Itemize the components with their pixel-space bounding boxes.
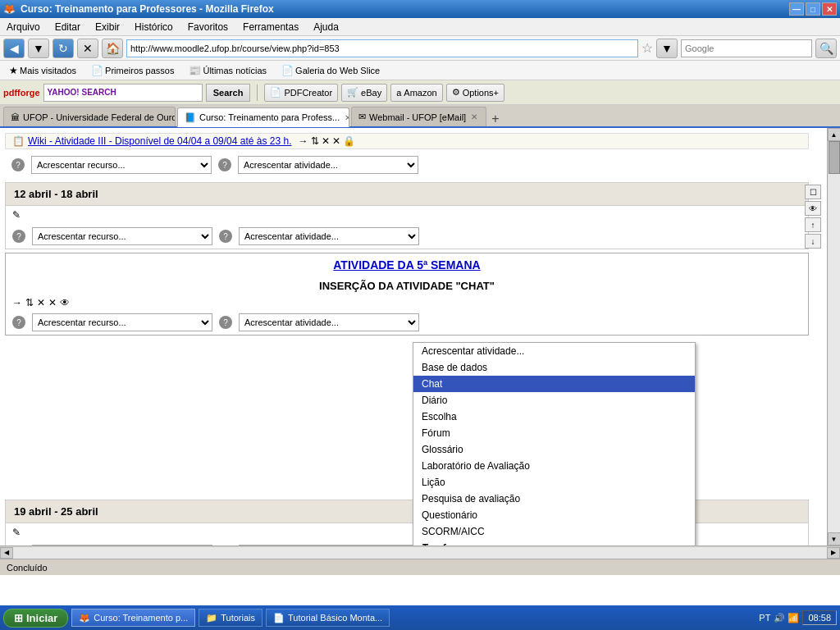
scroll-right-button[interactable]: ▶ (827, 547, 840, 559)
minimize-button[interactable]: — (789, 2, 804, 16)
eye-week1[interactable]: 👁 (805, 201, 821, 216)
taskbar-item-firefox[interactable]: 🦊 Curso: Treinamento p... (71, 609, 195, 627)
menu-item-acrescentar[interactable]: Acrescentar atividade... (413, 343, 695, 359)
add-resource-select[interactable]: Acrescentar recurso... (31, 156, 212, 174)
menu-item-tarefas[interactable]: Tarefas (413, 540, 695, 546)
pdfcreator-button[interactable]: 📄 PDFCreator (264, 84, 338, 102)
close-button[interactable]: ✕ (822, 2, 837, 16)
menu-ferramentas[interactable]: Ferramentas (240, 20, 302, 34)
add-resource-week1[interactable]: Acrescentar recurso... (32, 227, 212, 245)
tab-close-webmail-button[interactable]: ✕ (469, 112, 479, 122)
tab-label: Curso: Treinamento para Profess... (199, 112, 340, 122)
reload-button[interactable]: ↻ (52, 39, 74, 58)
menu-item-chat[interactable]: Chat (413, 376, 695, 392)
scroll-down-arrow[interactable]: ▼ (828, 532, 841, 546)
back-button[interactable]: ◀ (3, 39, 25, 58)
amazon-button[interactable]: a Amazon (390, 84, 442, 102)
help-resource-act[interactable]: ? (12, 316, 25, 329)
edit-week1-icon[interactable]: ✎ (12, 209, 21, 221)
add-resource-activity[interactable]: Acrescentar recurso... (32, 313, 212, 331)
down-week1[interactable]: ↓ (805, 234, 821, 249)
checkbox-week1[interactable]: ☐ (805, 185, 821, 199)
forward-dropdown[interactable]: ▼ (28, 39, 49, 58)
menu-historico[interactable]: Histórico (131, 20, 176, 34)
tab-label: UFOP - Universidade Federal de Ouro P... (23, 112, 176, 122)
help-activity-w1[interactable]: ? (219, 230, 232, 243)
start-button[interactable]: ⊞ Iniciar (3, 609, 68, 628)
edit-icon[interactable]: ✕ (322, 135, 330, 147)
help-resource-w1[interactable]: ? (12, 230, 25, 243)
menu-arquivo[interactable]: Arquivo (3, 20, 43, 34)
week-body-1: ✎ (6, 206, 808, 224)
bookmark-mais-visitados[interactable]: ★ Mais visitados (3, 62, 82, 79)
menu-item-diario[interactable]: Diário (413, 392, 695, 409)
up-week1[interactable]: ↑ (805, 217, 821, 232)
move-icon2[interactable]: ⇅ (25, 297, 34, 308)
bookmark-star-icon[interactable]: ☆ (641, 40, 653, 56)
menu-item-questionario[interactable]: Questionário (413, 507, 695, 523)
taskbar-item-tutoriais[interactable]: 📁 Tutoriais (199, 609, 262, 627)
bookmark-galeria[interactable]: 📄 Galeria do Web Slice (276, 62, 386, 79)
eye-icon2[interactable]: 👁 (60, 297, 70, 308)
maximize-button[interactable]: □ (806, 2, 820, 16)
menu-item-lab-avaliacao[interactable]: Laboratório de Avaliação (413, 458, 695, 474)
add-activity-dropdown[interactable]: Acrescentar atividade... (239, 313, 419, 331)
menu-item-scorm[interactable]: SCORM/AICC (413, 523, 695, 540)
address-bar[interactable] (126, 39, 638, 57)
menu-item-forum[interactable]: Fórum (413, 425, 695, 441)
menu-item-base-dados[interactable]: Base de dados (413, 359, 695, 376)
scroll-thumb[interactable] (829, 141, 840, 174)
help-icon-activity[interactable]: ? (218, 158, 231, 171)
slice-icon: 📄 (281, 65, 294, 76)
menu-bar: Arquivo Editar Exibir Histórico Favorito… (0, 18, 840, 36)
menu-item-glossario[interactable]: Glossário (413, 441, 695, 458)
add-resource-week2[interactable]: Acrescentar recurso... (32, 545, 212, 546)
pdfforge-label: pdfforge (3, 88, 40, 98)
options-label: Options+ (463, 88, 499, 98)
ebay-icon: 🛒 (347, 87, 358, 98)
tab-close-button[interactable]: ✕ (343, 112, 349, 123)
arrow-icon[interactable]: → (12, 297, 22, 308)
ebay-button[interactable]: 🛒 eBay (341, 84, 387, 102)
menu-item-pesquisa[interactable]: Pesquisa de avaliação (413, 491, 695, 507)
yahoo-search-input[interactable] (120, 88, 202, 98)
move-icon[interactable]: ⇅ (311, 135, 319, 147)
activity-subtitle: INSERÇÃO DA ATIVIDADE "CHAT" (6, 276, 808, 295)
add-tab-button[interactable]: + (488, 112, 502, 126)
add-activity-select-top[interactable]: Acrescentar atividade... (238, 156, 418, 174)
menu-favoritos[interactable]: Favoritos (185, 20, 231, 34)
taskbar-item-tutorial-basico[interactable]: 📄 Tutorial Básico Monta... (266, 609, 390, 627)
add-activity-week1[interactable]: Acrescentar atividade... (239, 227, 419, 245)
menu-item-escolha[interactable]: Escolha (413, 409, 695, 425)
settings-icon[interactable]: ✕ (332, 135, 340, 147)
tab-webmail[interactable]: ✉ Webmail - UFOP [eMail] ✕ (351, 107, 486, 126)
options-button[interactable]: ⚙ Options+ (446, 84, 504, 102)
cross-icon2[interactable]: ✕ (48, 297, 57, 308)
menu-item-licao[interactable]: Lição (413, 474, 695, 491)
menu-exibir[interactable]: Exibir (92, 20, 123, 34)
search-button[interactable]: Search (206, 84, 251, 102)
arrow-right-icon[interactable]: → (299, 135, 308, 147)
google-search-input[interactable] (681, 39, 812, 57)
wiki-link[interactable]: Wiki - Atividade III - Disponível de 04/… (28, 135, 292, 147)
cross-icon[interactable]: ✕ (37, 297, 45, 308)
help-icon-resource[interactable]: ? (11, 158, 25, 171)
stop-button[interactable]: ✕ (77, 39, 98, 58)
yahoo-logo: YAHOO! SEARCH (44, 88, 120, 97)
bookmark-ultimas-noticias[interactable]: 📰 Últimas notícias (183, 62, 272, 79)
bookmark-dropdown[interactable]: ▼ (656, 39, 678, 58)
menu-ajuda[interactable]: Ajuda (310, 20, 342, 34)
status-text: Concluído (7, 563, 48, 573)
add-activity-week2[interactable]: Acrescentar atividade... (239, 545, 419, 546)
pdfcreator-label: PDFCreator (284, 88, 332, 98)
scroll-left-button[interactable]: ◀ (0, 547, 13, 559)
home-button[interactable]: 🏠 (102, 39, 123, 58)
menu-editar[interactable]: Editar (52, 20, 84, 34)
tab-curso[interactable]: 📘 Curso: Treinamento para Profess... ✕ (177, 107, 349, 127)
tab-ufop[interactable]: 🏛 UFOP - Universidade Federal de Ouro P.… (3, 107, 176, 126)
help-activity-act[interactable]: ? (219, 316, 232, 329)
edit-week2-icon[interactable]: ✎ (12, 527, 21, 538)
search-go-button[interactable]: 🔍 (815, 39, 837, 58)
scroll-up-arrow[interactable]: ▲ (828, 128, 841, 141)
bookmark-primeiros-passos[interactable]: 📄 Primeiros passos (85, 62, 180, 79)
